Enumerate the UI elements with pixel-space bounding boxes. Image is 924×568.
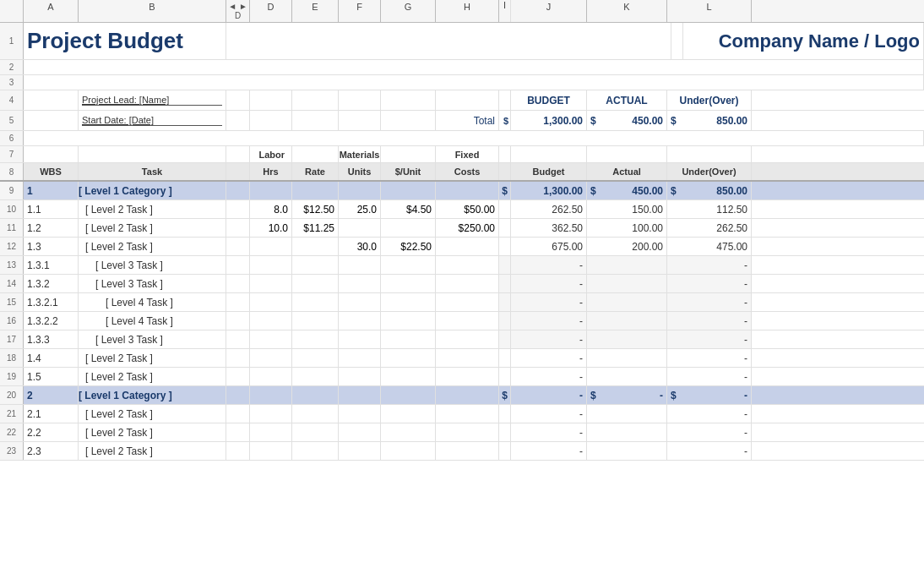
row-num-5: 5 <box>0 111 24 130</box>
cell-wbs-10: 1.1 <box>24 200 79 218</box>
col-header-j[interactable]: J <box>511 0 587 22</box>
cell-units-21 <box>339 405 381 423</box>
cell-dollar1-14 <box>499 275 511 292</box>
summary-dollar1: $ <box>499 111 511 130</box>
cell-hrs-19 <box>250 368 292 385</box>
row-6: 6 <box>0 131 924 146</box>
row-num-21: 21 <box>0 405 24 423</box>
project-lead-field[interactable]: Project Lead: [Name] <box>79 90 226 110</box>
actual-col-header: Actual <box>587 163 667 180</box>
cell-units-11 <box>339 219 381 237</box>
row3-empty <box>24 75 924 90</box>
cell-budget-23: - <box>511 442 587 460</box>
cell-fixed-12 <box>436 238 499 255</box>
cell-under-over-area-22: - <box>667 423 752 441</box>
cell-rate-19 <box>292 368 339 385</box>
cell-wbs-15: 1.3.2.1 <box>24 293 79 311</box>
row-num-20: 20 <box>0 386 24 404</box>
row-num-15: 15 <box>0 293 24 311</box>
cell-rate-20 <box>292 386 339 404</box>
cell-units-18 <box>339 349 381 367</box>
cell-task-15: [ Level 4 Task ] <box>79 293 226 311</box>
row-num-1: 1 <box>0 23 24 59</box>
under-over-col-header: Under(Over) <box>667 163 752 180</box>
cell-under-over-area-9: $ 850.00 <box>667 182 752 199</box>
cell-dollar-unit-20 <box>381 386 436 404</box>
cell-budget-12: 675.00 <box>511 238 587 255</box>
cell-hrs-22 <box>250 423 292 441</box>
col-header-b[interactable]: B <box>79 0 226 22</box>
cell-under-over-area-12: 475.00 <box>667 238 752 255</box>
cell-wbs-9: 1 <box>24 182 79 199</box>
row4-f <box>339 90 381 110</box>
cell-under-over-area-20: $ - <box>667 386 752 404</box>
cell-nav-21 <box>226 405 250 423</box>
cell-dollar-unit-11 <box>381 219 436 237</box>
cell-rate-18 <box>292 349 339 367</box>
col-nav-arrows[interactable]: ◄ ► D <box>226 0 250 22</box>
cell-fixed-10: $50.00 <box>436 200 499 218</box>
cell-task-17: [ Level 3 Task ] <box>79 330 226 348</box>
col-header-d[interactable]: D <box>250 0 292 22</box>
col-header-g[interactable]: G <box>381 0 436 22</box>
cell-rate-14 <box>292 275 339 292</box>
cell-task-19: [ Level 2 Task ] <box>79 368 226 385</box>
title-spacer <box>226 23 671 59</box>
col-header-h[interactable]: H <box>436 0 499 22</box>
cell-under-over-area-18: - <box>667 349 752 367</box>
cell-dollar1-11 <box>499 219 511 237</box>
cell-task-20: [ Level 1 Category ] <box>79 386 226 404</box>
cell-nav-17 <box>226 330 250 348</box>
col-header-l[interactable]: L <box>667 0 752 22</box>
cell-dollar-unit-17 <box>381 330 436 348</box>
wbs-header: WBS <box>24 163 79 180</box>
row-7: 7 Labor Materials Fixed <box>0 146 924 163</box>
cell-task-10: [ Level 2 Task ] <box>79 200 226 218</box>
row5-f <box>339 111 381 130</box>
summary-budget-val: 1,300.00 <box>511 111 587 130</box>
cell-under-over-area-23: - <box>667 442 752 460</box>
cell-fixed-17 <box>436 330 499 348</box>
cell-units-22 <box>339 423 381 441</box>
cell-actual-area-14 <box>587 275 667 292</box>
start-date-field[interactable]: Start Date: [Date] <box>79 111 226 130</box>
cell-actual-area-16 <box>587 312 667 330</box>
col-header-i[interactable]: I <box>499 0 511 22</box>
cell-dollar-unit-18 <box>381 349 436 367</box>
row7-a <box>24 146 79 162</box>
cell-actual-area-23 <box>587 442 667 460</box>
cell-hrs-18 <box>250 349 292 367</box>
budget-header: BUDGET <box>511 90 587 110</box>
row4-col-a <box>24 90 79 110</box>
cell-nav-20 <box>226 386 250 404</box>
cell-wbs-17: 1.3.3 <box>24 330 79 348</box>
cell-task-21: [ Level 2 Task ] <box>79 405 226 423</box>
cell-under-over-area-14: - <box>667 275 752 292</box>
row-num-12: 12 <box>0 238 24 255</box>
col-header-k[interactable]: K <box>587 0 667 22</box>
col-header-f[interactable]: F <box>339 0 381 22</box>
table-row: 16 1.3.2.2 [ Level 4 Task ] - - <box>0 312 924 330</box>
col-header-e[interactable]: E <box>292 0 339 22</box>
row-8: 8 WBS Task Hrs Rate Units $/Unit Costs B… <box>0 163 924 182</box>
cell-actual-area-18 <box>587 349 667 367</box>
table-row: 13 1.3.1 [ Level 3 Task ] - - <box>0 256 924 275</box>
cell-units-23 <box>339 442 381 460</box>
cell-under-over-area-21: - <box>667 405 752 423</box>
cell-budget-10: 262.50 <box>511 200 587 218</box>
cell-budget-15: - <box>511 293 587 311</box>
cell-dollar-unit-21 <box>381 405 436 423</box>
cell-units-19 <box>339 368 381 385</box>
col-header-a[interactable]: A <box>24 0 79 22</box>
cell-hrs-14 <box>250 275 292 292</box>
table-row: 15 1.3.2.1 [ Level 4 Task ] - - <box>0 293 924 312</box>
table-row: 22 2.2 [ Level 2 Task ] - - <box>0 423 924 442</box>
cell-dollar-unit-13 <box>381 256 436 274</box>
fixed-costs-col-header: Costs <box>436 163 499 180</box>
table-row: 17 1.3.3 [ Level 3 Task ] - - <box>0 330 924 349</box>
row7-j <box>511 146 587 162</box>
cell-dollar-unit-12: $22.50 <box>381 238 436 255</box>
cell-nav-15 <box>226 293 250 311</box>
row-num-14: 14 <box>0 275 24 292</box>
cell-nav-10 <box>226 200 250 218</box>
